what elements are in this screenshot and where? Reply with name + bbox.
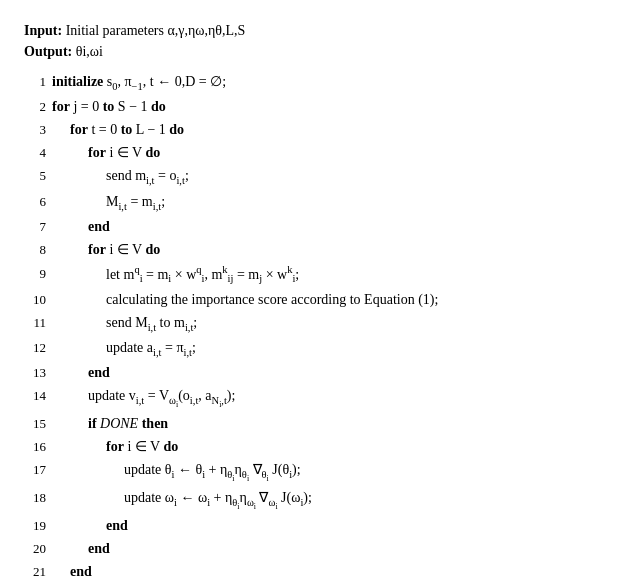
line-number: 8 xyxy=(24,239,46,260)
algo-line: 1initialize s0, π−1, t ← 0,D = ∅; xyxy=(24,70,619,95)
line-content: update ai,t = πi,t; xyxy=(52,336,619,361)
line-number: 16 xyxy=(24,436,46,457)
line-content: update θi ← θi + ηθiηθi ∇θi J(θi); xyxy=(52,458,619,486)
line-content: end xyxy=(52,361,619,384)
line-content: for i ∈ V do xyxy=(52,435,619,458)
algo-line: 7end xyxy=(24,215,619,238)
algo-line: 4for i ∈ V do xyxy=(24,141,619,164)
line-content: calculating the importance score accordi… xyxy=(52,288,619,311)
input-text: Initial parameters α,γ,ηω,ηθ,L,S xyxy=(62,23,245,38)
line-content: if DONE then xyxy=(52,412,619,435)
algo-line: 15if DONE then xyxy=(24,412,619,435)
algo-line: 21end xyxy=(24,560,619,579)
algo-line: 17update θi ← θi + ηθiηθi ∇θi J(θi); xyxy=(24,458,619,486)
line-number: 7 xyxy=(24,216,46,237)
line-number: 21 xyxy=(24,561,46,579)
line-content: end xyxy=(52,537,619,560)
line-number: 1 xyxy=(24,71,46,92)
line-number: 11 xyxy=(24,312,46,333)
line-number: 20 xyxy=(24,538,46,559)
algo-line: 2for j = 0 to S − 1 do xyxy=(24,95,619,118)
algo-line: 8for i ∈ V do xyxy=(24,238,619,261)
line-number: 6 xyxy=(24,191,46,212)
line-number: 15 xyxy=(24,413,46,434)
algo-line: 13end xyxy=(24,361,619,384)
line-number: 3 xyxy=(24,119,46,140)
line-content: for t = 0 to L − 1 do xyxy=(52,118,619,141)
line-content: end xyxy=(52,215,619,238)
line-content: update vi,t = Vωi(oi,t, aNi,t); xyxy=(52,384,619,412)
line-content: let mqi = mi × wqi, mkij = mj × wki; xyxy=(52,261,619,288)
algo-line: 5send mi,t = oi,t; xyxy=(24,164,619,189)
line-number: 4 xyxy=(24,142,46,163)
algorithm-block: 1initialize s0, π−1, t ← 0,D = ∅;2for j … xyxy=(24,70,619,579)
line-number: 5 xyxy=(24,165,46,186)
line-content: initialize s0, π−1, t ← 0,D = ∅; xyxy=(52,70,619,95)
output-label: Output: xyxy=(24,44,72,59)
line-content: end xyxy=(52,514,619,537)
line-content: for i ∈ V do xyxy=(52,238,619,261)
algo-line: 16for i ∈ V do xyxy=(24,435,619,458)
line-number: 18 xyxy=(24,487,46,508)
input-label: Input: xyxy=(24,23,62,38)
line-content: end xyxy=(52,560,619,579)
line-number: 2 xyxy=(24,96,46,117)
algo-line: 10calculating the importance score accor… xyxy=(24,288,619,311)
line-content: Mi,t = mi,t; xyxy=(52,190,619,215)
line-number: 9 xyxy=(24,263,46,284)
output-text: θi,ωi xyxy=(72,44,103,59)
line-content: send mi,t = oi,t; xyxy=(52,164,619,189)
line-number: 14 xyxy=(24,385,46,406)
line-number: 10 xyxy=(24,289,46,310)
line-number: 17 xyxy=(24,459,46,480)
algo-line: 9let mqi = mi × wqi, mkij = mj × wki; xyxy=(24,261,619,288)
line-content: send Mi,t to mi,t; xyxy=(52,311,619,336)
algo-line: 18update ωi ← ωi + ηθiηωi ∇ωi J(ωi); xyxy=(24,486,619,514)
algo-line: 20end xyxy=(24,537,619,560)
line-number: 13 xyxy=(24,362,46,383)
algo-line: 12update ai,t = πi,t; xyxy=(24,336,619,361)
algo-line: 11send Mi,t to mi,t; xyxy=(24,311,619,336)
line-number: 19 xyxy=(24,515,46,536)
line-number: 12 xyxy=(24,337,46,358)
output-line: Output: θi,ωi xyxy=(24,41,619,62)
io-section: Input: Initial parameters α,γ,ηω,ηθ,L,S … xyxy=(24,20,619,62)
algo-line: 3for t = 0 to L − 1 do xyxy=(24,118,619,141)
algo-line: 19end xyxy=(24,514,619,537)
line-content: for j = 0 to S − 1 do xyxy=(52,95,619,118)
line-content: for i ∈ V do xyxy=(52,141,619,164)
line-content: update ωi ← ωi + ηθiηωi ∇ωi J(ωi); xyxy=(52,486,619,514)
input-line: Input: Initial parameters α,γ,ηω,ηθ,L,S xyxy=(24,20,619,41)
algo-line: 14update vi,t = Vωi(oi,t, aNi,t); xyxy=(24,384,619,412)
algo-line: 6Mi,t = mi,t; xyxy=(24,190,619,215)
